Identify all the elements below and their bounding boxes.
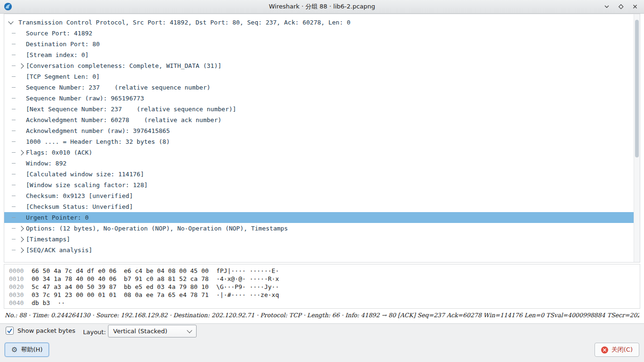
tree-item[interactable]: [Timestamps] [4, 234, 634, 245]
help-button[interactable]: ⚙ 帮助(H) [5, 343, 49, 357]
branch-tick [12, 87, 16, 88]
tree-item-label: Source Port: 41892 [26, 30, 92, 37]
chevron-slot [17, 214, 25, 222]
expand-chevron-icon[interactable] [18, 150, 24, 155]
expand-chevron-icon[interactable] [18, 237, 24, 242]
branch-tick [12, 152, 16, 153]
hex-offset: 0030 [4, 291, 28, 298]
collapse-chevron-icon[interactable] [8, 19, 13, 24]
title-bar[interactable]: Wireshark · 分组 88 · lib6-2.pcapng [0, 0, 644, 14]
tree-item-label: [Calculated window size: 114176] [26, 171, 144, 178]
branch-tick [12, 76, 16, 77]
tree-item[interactable]: Sequence Number: 237 (relative sequence … [4, 82, 634, 93]
hex-row[interactable]: 001000 34 1a 78 40 00 40 06 b7 91 c0 a8 … [4, 275, 640, 283]
tree-item[interactable]: Window: 892 [4, 158, 634, 169]
hex-rows: 000066 50 4a 7c d4 df e0 06 e6 c4 be 04 … [4, 267, 640, 307]
hex-offset: 0040 [4, 299, 28, 306]
packet-detail-pane[interactable]: Transmission Control Protocol, Src Port:… [4, 14, 640, 263]
tree-item[interactable]: Sequence Number (raw): 965196773 [4, 93, 634, 104]
window-title: Wireshark · 分组 88 · lib6-2.pcapng [269, 2, 375, 11]
hex-row[interactable]: 0040db b3·· [4, 299, 640, 307]
packet-bytes-pane[interactable]: 000066 50 4a 7c d4 df e0 06 e6 c4 be 04 … [4, 264, 640, 309]
wireshark-logo-icon [4, 2, 12, 11]
minimize-icon[interactable] [603, 3, 610, 10]
hex-bytes: 00 34 1a 78 40 00 40 06 b7 91 c0 a8 81 5… [32, 275, 209, 282]
tree-item[interactable]: [Stream index: 0] [4, 49, 634, 60]
close-icon[interactable] [632, 3, 638, 10]
layout-select[interactable]: Vertical (Stacked) [108, 325, 197, 337]
tree-item[interactable]: [TCP Segment Len: 0] [4, 71, 634, 82]
tree-item[interactable]: Checksum: 0x9123 [unverified] [4, 190, 634, 201]
tree-item[interactable]: [Checksum Status: Unverified] [4, 201, 634, 212]
branch-tick [12, 174, 16, 174]
chevron-slot [17, 149, 25, 156]
tree-item-label: [Window size scaling factor: 128] [26, 181, 148, 189]
hex-bytes: 5c 47 a3 a4 00 50 39 87 bb e5 ed 03 4a 7… [32, 283, 209, 290]
tree-item[interactable]: [Window size scaling factor: 128] [4, 180, 634, 190]
show-packet-bytes-checkbox[interactable]: Show packet bytes [6, 327, 75, 335]
layout-label: Layout: [83, 329, 106, 336]
branch-tick [12, 250, 16, 250]
chevron-slot [17, 30, 25, 37]
layout-selected-value: Vertical (Stacked) [113, 328, 167, 335]
chevron-slot [17, 41, 25, 48]
tree-item[interactable]: [Conversation completeness: Complete, WI… [4, 60, 634, 71]
vertical-scrollbar[interactable] [634, 14, 640, 262]
branch-tick [12, 228, 16, 229]
maximize-icon[interactable] [618, 3, 624, 10]
tree-item-label: Destination Port: 80 [26, 41, 100, 48]
tree-item-label: Acknowledgment number (raw): 3976415865 [26, 127, 170, 134]
tree-item-label: [SEQ/ACK analysis] [26, 247, 92, 254]
close-button[interactable]: 关闭(C) [594, 343, 639, 357]
expand-chevron-icon[interactable] [18, 247, 24, 253]
help-button-label: 帮助(H) [21, 346, 42, 354]
branch-tick [12, 217, 16, 218]
tree-item[interactable]: Urgent Pointer: 0 [4, 212, 634, 223]
tree-item[interactable]: Source Port: 41892 [4, 28, 634, 39]
hex-row[interactable]: 003003 7c 91 23 00 00 01 01 08 0a ee 7a … [4, 291, 640, 299]
branch-tick [12, 33, 16, 33]
scrollbar-thumb[interactable] [635, 20, 639, 157]
hex-row[interactable]: 00205c 47 a3 a4 00 50 39 87 bb e5 ed 03 … [4, 283, 640, 291]
branch-tick [12, 141, 16, 142]
branch-tick [12, 55, 16, 55]
chevron-slot [17, 95, 25, 102]
help-icon: ⚙ [11, 346, 17, 354]
tree-item[interactable]: [SEQ/ACK analysis] [4, 245, 634, 255]
branch-tick [12, 163, 16, 164]
chevron-slot [17, 171, 25, 178]
expand-chevron-icon[interactable] [18, 226, 24, 231]
chevron-slot [17, 51, 25, 59]
tree-item-label: 1000 .... = Header Length: 32 bytes (8) [26, 138, 170, 145]
hex-ascii: fPJ|···· ······E· [216, 267, 279, 274]
tree-item[interactable]: Flags: 0x010 (ACK) [4, 147, 634, 158]
tree-item[interactable]: Acknowledgment number (raw): 3976415865 [4, 125, 634, 136]
chevron-slot [17, 106, 25, 113]
tree-item[interactable]: Destination Port: 80 [4, 39, 634, 49]
tree-item[interactable]: [Next Sequence Number: 237 (relative seq… [4, 104, 634, 115]
branch-tick [12, 44, 16, 44]
chevron-slot [17, 138, 25, 146]
hex-bytes: 03 7c 91 23 00 00 01 01 08 0a ee 7a 65 e… [32, 291, 209, 298]
hex-ascii: ·4·x@·@· ·····R·x [216, 275, 279, 282]
branch-tick [12, 120, 16, 120]
branch-tick [12, 196, 16, 196]
hex-bytes: 66 50 4a 7c d4 df e0 06 e6 c4 be 04 08 0… [32, 267, 209, 274]
wireshark-packet-dialog: Wireshark · 分组 88 · lib6-2.pcapng Transm… [0, 0, 644, 362]
chevron-slot [17, 127, 25, 135]
tree-item[interactable]: [Calculated window size: 114176] [4, 169, 634, 180]
hex-row[interactable]: 000066 50 4a 7c d4 df e0 06 e6 c4 be 04 … [4, 267, 640, 275]
dialog-footer: Show packet bytes Layout: Vertical (Stac… [0, 323, 644, 362]
tree-item[interactable]: Options: (12 bytes), No-Operation (NOP),… [4, 223, 634, 234]
tree-item-label: [Conversation completeness: Complete, WI… [26, 62, 222, 69]
expand-chevron-icon[interactable] [18, 63, 24, 68]
tree-item-label: [TCP Segment Len: 0] [26, 73, 100, 80]
tree-root-item[interactable]: Transmission Control Protocol, Src Port:… [4, 17, 634, 28]
checkbox-check-icon[interactable] [6, 327, 14, 335]
tree-item[interactable]: Acknowledgment Number: 60278 (relative a… [4, 115, 634, 125]
tree-item-label: Window: 892 [26, 160, 66, 167]
chevron-slot [17, 84, 25, 91]
show-packet-bytes-label: Show packet bytes [17, 327, 75, 334]
protocol-tree-children: Source Port: 41892Destination Port: 80[S… [4, 28, 634, 255]
tree-item[interactable]: 1000 .... = Header Length: 32 bytes (8) [4, 136, 634, 147]
